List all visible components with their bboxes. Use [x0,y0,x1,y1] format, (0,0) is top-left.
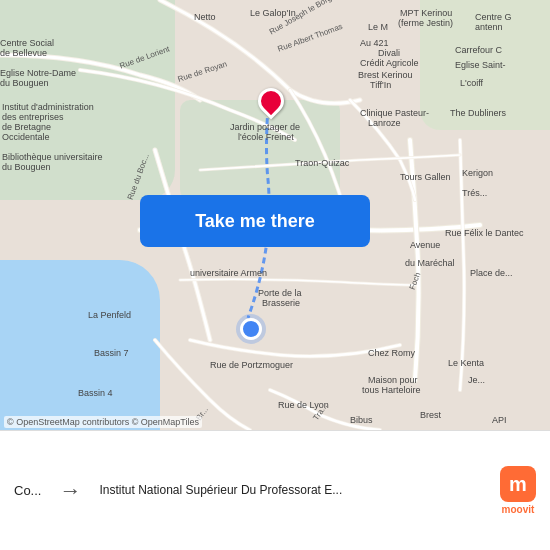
map-container: NettoLe Galop'InLe MCentre Socialde Bell… [0,0,550,430]
current-location-dot [240,318,256,334]
destination-pin [258,88,278,116]
moovit-label: moovit [502,504,535,515]
moovit-icon: m [500,466,536,502]
take-me-there-button[interactable]: Take me there [140,195,370,247]
map-attribution: © OpenStreetMap contributors © OpenMapTi… [4,416,202,428]
moovit-logo: m moovit [500,466,536,515]
origin-label: Co... [14,483,41,498]
bottom-bar: Co... → Institut National Supérieur Du P… [0,430,550,550]
destination-label: Institut National Supérieur Du Professor… [99,482,486,499]
arrow-icon: → [59,478,81,504]
origin-section: Co... [14,483,41,498]
